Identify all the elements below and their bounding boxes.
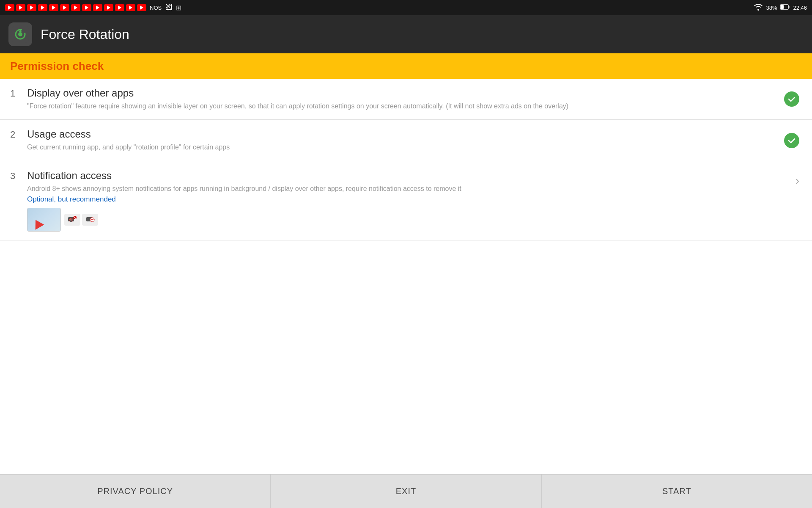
yt-icon-8 xyxy=(82,4,91,11)
svg-text:📵: 📵 xyxy=(69,218,73,222)
grid-icon: ⊞ xyxy=(176,4,181,12)
status-bar-right: 38% 22:46 xyxy=(754,4,807,12)
yt-icon-4 xyxy=(38,4,47,11)
yt-icon-9 xyxy=(93,4,102,11)
yt-icon-7 xyxy=(71,4,80,11)
permission-desc-2: Get current running app, and apply "rota… xyxy=(27,143,802,152)
permission-title-1: Display over other apps xyxy=(27,87,802,99)
map-arrow-icon xyxy=(31,218,44,230)
notif-thumb-map xyxy=(27,208,61,232)
nos-label: NOS xyxy=(150,5,162,11)
svg-rect-2 xyxy=(789,6,790,8)
app-logo-svg xyxy=(12,26,29,43)
time-display: 22:46 xyxy=(793,5,807,11)
permission-title-2: Usage access xyxy=(27,128,802,140)
footer: PRIVACY POLICY EXIT START xyxy=(0,474,812,508)
notif-icon-muted: 📵 xyxy=(64,214,80,226)
app-title: Force Rotation xyxy=(41,27,129,42)
permission-number-2: 2 xyxy=(10,128,27,140)
permission-content-2: Usage access Get current running app, an… xyxy=(27,128,802,152)
main-content: 1 Display over other apps "Force rotatio… xyxy=(0,79,812,276)
map-preview xyxy=(27,208,60,231)
yt-icon-10 xyxy=(104,4,113,11)
check-circle-1 xyxy=(784,91,799,107)
app-header: Force Rotation xyxy=(0,15,812,53)
permission-banner: Permission check xyxy=(0,53,812,79)
yt-icon-2 xyxy=(16,4,25,11)
status-bar: NOS 🖼 ⊞ 38% 22:46 xyxy=(0,0,812,15)
chevron-right-icon: › xyxy=(796,174,799,187)
svg-point-5 xyxy=(18,32,22,36)
permission-item-3[interactable]: 3 Notification access Android 8+ shows a… xyxy=(0,161,812,240)
content-spacer xyxy=(0,276,812,474)
permission-content-1: Display over other apps "Force rotation"… xyxy=(27,87,802,111)
app-logo xyxy=(8,22,32,46)
yt-icon-5 xyxy=(49,4,58,11)
notification-preview: 📵 xyxy=(27,208,802,232)
permission-desc-1: "Force rotation" feature require showing… xyxy=(27,102,802,111)
yt-icon-13 xyxy=(137,4,146,11)
permission-number-3: 3 xyxy=(10,170,27,182)
permission-check-1 xyxy=(784,91,799,107)
permission-item-1[interactable]: 1 Display over other apps "Force rotatio… xyxy=(0,79,812,120)
permission-item-2[interactable]: 2 Usage access Get current running app, … xyxy=(0,120,812,161)
checkmark-icon-1 xyxy=(787,94,796,104)
permission-content-3: Notification access Android 8+ shows ann… xyxy=(27,170,802,232)
image-icon: 🖼 xyxy=(166,4,173,11)
svg-rect-1 xyxy=(781,5,784,9)
yt-icon-12 xyxy=(126,4,135,11)
battery-icon xyxy=(780,4,790,11)
exit-button[interactable]: EXIT xyxy=(271,475,541,508)
checkmark-icon-2 xyxy=(787,136,796,145)
status-bar-left: NOS 🖼 ⊞ xyxy=(5,4,181,12)
muted-notification-icon: 📵 xyxy=(68,215,77,224)
permission-chevron: › xyxy=(796,174,799,188)
check-circle-2 xyxy=(784,133,799,148)
permission-banner-text: Permission check xyxy=(10,60,104,73)
privacy-policy-button[interactable]: PRIVACY POLICY xyxy=(0,475,271,508)
notif-icon-group: 📵 xyxy=(64,214,98,226)
permission-check-2 xyxy=(784,133,799,148)
yt-icon-6 xyxy=(60,4,69,11)
notif-icon-blocked xyxy=(82,214,98,226)
permission-title-3: Notification access xyxy=(27,170,802,182)
permission-number-1: 1 xyxy=(10,87,27,99)
app-layout: NOS 🖼 ⊞ 38% 22:46 xyxy=(0,0,812,508)
start-button[interactable]: START xyxy=(542,475,812,508)
yt-icon-1 xyxy=(5,4,14,11)
optional-text: Optional, but recommended xyxy=(27,195,802,204)
yt-icon-3 xyxy=(27,4,36,11)
wifi-icon xyxy=(754,4,763,12)
battery-percent: 38% xyxy=(766,5,777,11)
blocked-notification-icon xyxy=(85,215,95,224)
permission-desc-3: Android 8+ shows annoying system notific… xyxy=(27,184,802,193)
yt-icon-11 xyxy=(115,4,124,11)
